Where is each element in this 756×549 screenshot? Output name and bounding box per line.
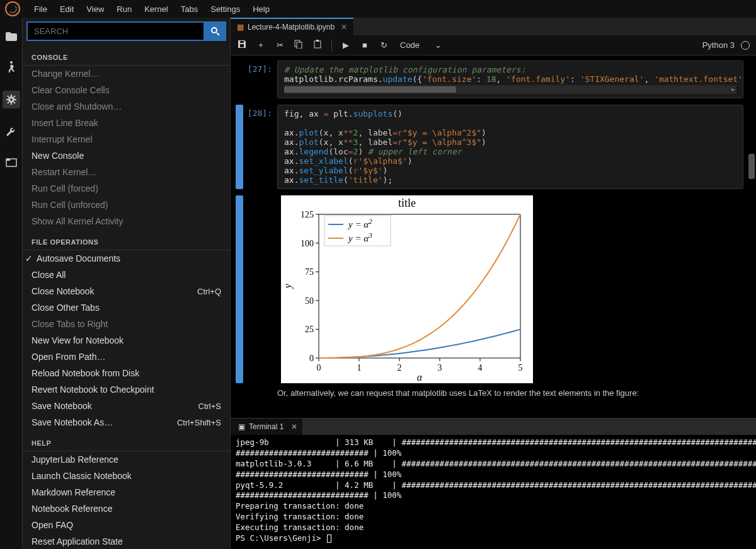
tab-label: Lecture-4-Matplotlib.ipynb xyxy=(248,23,335,32)
svg-text:75: 75 xyxy=(305,267,314,277)
svg-text:α: α xyxy=(417,372,423,383)
cell-prompt: [28]: xyxy=(247,105,277,189)
terminal-output[interactable]: jpeg-9b | 313 KB | #####################… xyxy=(231,435,756,549)
command-item: Run Cell (forced) xyxy=(23,180,230,197)
top-menu-bar: File Edit View Run Kernel Tabs Settings … xyxy=(0,0,756,18)
command-item: Insert Line Break xyxy=(23,115,230,131)
code-cell[interactable]: fig, ax = plt.subplots() ax.plot(x, x**2… xyxy=(277,105,743,189)
command-item: Interrupt Kernel xyxy=(23,131,230,147)
terminal-tab[interactable]: ▣ Terminal 1 ✕ xyxy=(231,419,302,435)
markdown-text: Or, alternatively, we can request that m… xyxy=(277,383,743,400)
menu-edit[interactable]: Edit xyxy=(54,2,80,16)
run-icon[interactable]: ▶ xyxy=(341,40,351,50)
horizontal-scrollbar[interactable]: ◄► xyxy=(284,85,736,94)
chevron-down-icon: ⌄ xyxy=(435,40,442,50)
notebook-tab[interactable]: ▦ Lecture-4-Matplotlib.ipynb ✕ xyxy=(231,18,353,35)
restart-icon[interactable]: ↻ xyxy=(379,40,389,50)
menu-file[interactable]: File xyxy=(28,2,54,16)
terminal-pane: ▣ Terminal 1 ✕ jpeg-9b | 313 KB | ######… xyxy=(231,418,756,549)
command-palette: CONSOLE Change Kernel…Clear Console Cell… xyxy=(23,18,231,549)
paste-icon[interactable] xyxy=(312,40,323,50)
code-cell[interactable]: # Update the matplotlib configuration pa… xyxy=(277,61,743,98)
tabs-icon[interactable] xyxy=(5,156,18,169)
wrench-icon[interactable] xyxy=(5,126,18,139)
command-item[interactable]: Markdown Reference xyxy=(23,484,230,500)
command-item[interactable]: Close Other Tabs xyxy=(23,299,230,316)
close-icon[interactable]: ✕ xyxy=(341,23,347,32)
command-item: Close and Shutdown… xyxy=(23,98,230,115)
command-item[interactable]: Open FAQ xyxy=(23,517,230,533)
menu-tabs[interactable]: Tabs xyxy=(175,2,204,16)
command-item[interactable]: Save Notebook As…Ctrl+Shift+S xyxy=(23,414,230,431)
menu-run[interactable]: Run xyxy=(110,2,138,16)
svg-text:0: 0 xyxy=(309,354,314,363)
plot-output: title0123450255075100125αyy = α2y = α3 xyxy=(281,195,533,383)
command-item[interactable]: Open From Path… xyxy=(23,349,230,365)
menu-settings[interactable]: Settings xyxy=(204,2,246,16)
svg-text:y: y xyxy=(282,284,294,290)
command-item: Change Kernel… xyxy=(23,66,230,82)
svg-text:title: title xyxy=(398,197,416,209)
notebook-body[interactable]: [27]: # Update the matplotlib configurat… xyxy=(231,55,756,418)
command-item[interactable]: New Console xyxy=(23,147,230,164)
command-item[interactable]: Close All xyxy=(23,267,230,283)
svg-text:5: 5 xyxy=(518,363,523,373)
cell-prompt: [27]: xyxy=(247,61,277,98)
command-item[interactable]: Notebook Reference xyxy=(23,500,230,517)
main-content: ▦ Lecture-4-Matplotlib.ipynb ✕ + ✂ ▶ ■ ↻… xyxy=(231,18,756,549)
command-item: Restart Kernel… xyxy=(23,164,230,180)
svg-text:4: 4 xyxy=(478,363,483,373)
command-item: Close Tabs to Right xyxy=(23,316,230,332)
search-button[interactable] xyxy=(205,21,226,41)
command-item[interactable]: Reload Notebook from Disk xyxy=(23,365,230,381)
command-item[interactable]: Revert Notebook to Checkpoint xyxy=(23,381,230,398)
command-item: Run Cell (unforced) xyxy=(23,197,230,213)
vertical-scrollbar[interactable] xyxy=(747,61,755,413)
svg-rect-7 xyxy=(314,41,321,48)
command-item[interactable]: Close NotebookCtrl+Q xyxy=(23,283,230,299)
folder-icon[interactable] xyxy=(5,30,18,43)
running-icon[interactable] xyxy=(5,61,18,73)
svg-text:2: 2 xyxy=(398,363,402,373)
cell-type-select[interactable]: Code⌄ xyxy=(398,39,444,51)
svg-rect-3 xyxy=(6,159,10,161)
copy-icon[interactable] xyxy=(294,40,304,50)
command-item: Clear Console Cells xyxy=(23,82,230,98)
add-icon[interactable]: + xyxy=(256,40,266,50)
command-item[interactable]: Reset Application State xyxy=(23,533,230,549)
command-item: Show All Kernel Activity xyxy=(23,213,230,229)
svg-text:25: 25 xyxy=(305,325,314,334)
menu-view[interactable]: View xyxy=(80,2,110,16)
section-console: CONSOLE xyxy=(23,47,230,66)
section-fileops: FILE OPERATIONS xyxy=(23,232,230,250)
stop-icon[interactable]: ■ xyxy=(360,40,370,50)
command-item[interactable]: Save NotebookCtrl+S xyxy=(23,398,230,414)
kernel-status-icon xyxy=(741,41,750,50)
menu-help[interactable]: Help xyxy=(246,2,276,16)
svg-text:125: 125 xyxy=(301,210,314,219)
svg-rect-6 xyxy=(297,42,302,49)
activity-bar xyxy=(0,18,23,549)
svg-point-4 xyxy=(212,28,217,33)
svg-point-1 xyxy=(10,98,13,101)
cut-icon[interactable]: ✂ xyxy=(275,40,285,50)
svg-rect-8 xyxy=(316,40,319,42)
notebook-icon: ▦ xyxy=(237,23,244,32)
save-icon[interactable] xyxy=(237,40,247,50)
commands-icon[interactable] xyxy=(3,91,20,108)
svg-text:100: 100 xyxy=(301,239,314,248)
command-item[interactable]: New View for Notebook xyxy=(23,332,230,349)
search-input[interactable] xyxy=(26,21,205,41)
svg-text:0: 0 xyxy=(317,363,321,373)
svg-text:3: 3 xyxy=(438,363,442,373)
notebook-tab-bar: ▦ Lecture-4-Matplotlib.ipynb ✕ xyxy=(231,18,756,35)
command-item[interactable]: ✓Autosave Documents xyxy=(23,250,230,267)
terminal-icon: ▣ xyxy=(238,422,245,431)
command-item[interactable]: JupyterLab Reference xyxy=(23,451,230,468)
close-icon[interactable]: ✕ xyxy=(291,422,297,431)
kernel-name[interactable]: Python 3 xyxy=(702,40,735,50)
section-help: HELP xyxy=(23,433,230,451)
menu-kernel[interactable]: Kernel xyxy=(138,2,175,16)
command-item[interactable]: Launch Classic Notebook xyxy=(23,468,230,484)
svg-text:y = α2: y = α2 xyxy=(347,217,372,229)
